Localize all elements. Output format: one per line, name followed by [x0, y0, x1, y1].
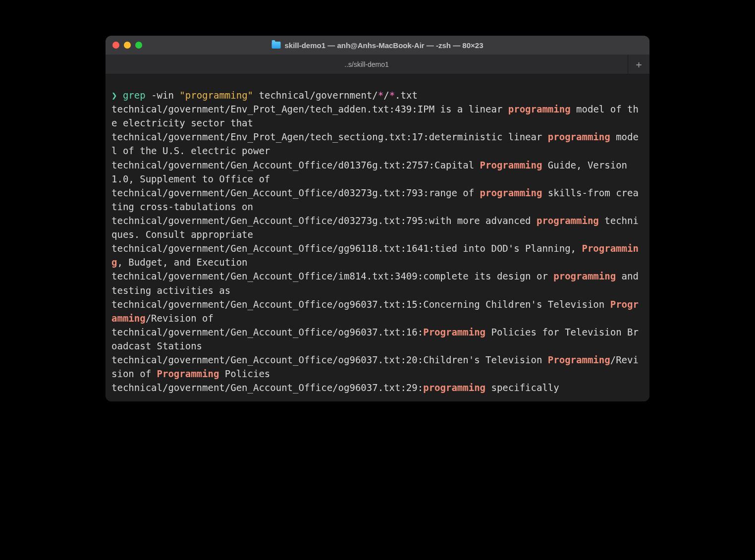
file-path: technical/government/Gen_Account_Office/… [111, 215, 400, 226]
match-highlight: programming [553, 271, 616, 281]
line-number: 793 [406, 187, 423, 198]
file-path: technical/government/Gen_Account_Office/… [111, 327, 400, 337]
grep-result-line: technical/government/Gen_Account_Office/… [111, 241, 644, 269]
match-context: Capital [434, 160, 480, 170]
file-path: technical/government/Gen_Account_Office/… [111, 243, 400, 254]
match-context: range of [429, 187, 480, 198]
match-context: , Budget, and Execution [117, 257, 247, 268]
path-arg: technical/government/ [259, 90, 378, 101]
line-number: 439 [395, 104, 412, 114]
grep-result-line: technical/government/Env_Prot_Agen/tech_… [111, 130, 644, 158]
folder-icon [272, 42, 281, 49]
grep-result-line: technical/government/Gen_Account_Office/… [111, 186, 644, 214]
match-highlight: programming [537, 215, 599, 226]
file-path: technical/government/Gen_Account_Office/… [111, 354, 400, 365]
match-highlight: Programming [548, 354, 610, 365]
glob-icon: * [389, 90, 395, 101]
zoom-icon[interactable] [135, 42, 142, 49]
grep-result-line: technical/government/Gen_Account_Office/… [111, 353, 644, 381]
line-number: 17 [412, 131, 423, 142]
file-path: technical/government/Env_Prot_Agen/tech_… [111, 131, 406, 142]
window-title-text: skill-demo1 — anh@Anhs-MacBook-Air — -zs… [285, 41, 484, 50]
tab-bar: ..s/skill-demo1 + [106, 55, 649, 74]
line-number: 29 [406, 382, 418, 393]
tab-label: ..s/skill-demo1 [344, 60, 388, 68]
search-string: "programming" [179, 90, 253, 101]
file-path: technical/government/Gen_Account_Office/… [111, 160, 400, 170]
match-context: Concerning Children's Television [423, 299, 610, 310]
grep-result-line: technical/government/Gen_Account_Office/… [111, 297, 644, 325]
command: grep [123, 90, 146, 101]
match-context: Children's Television [423, 354, 548, 365]
match-context: with more advanced [429, 215, 537, 226]
tab-active[interactable]: ..s/skill-demo1 [106, 55, 628, 74]
match-context: /Revision of [146, 313, 214, 324]
match-context: Policies [219, 368, 270, 379]
match-context: IPM is a linear [418, 104, 508, 114]
file-path: technical/government/Gen_Account_Office/… [111, 382, 400, 393]
grep-result-line: technical/government/Gen_Account_Office/… [111, 381, 644, 394]
terminal-window: skill-demo1 — anh@Anhs-MacBook-Air — -zs… [106, 36, 649, 401]
match-highlight: programming [508, 104, 571, 114]
line-number: 795 [406, 215, 423, 226]
traffic-lights [112, 42, 142, 49]
terminal-output[interactable]: ❯ grep -win "programming" technical/gove… [106, 74, 649, 401]
match-context: complete its design or [423, 271, 553, 281]
titlebar: skill-demo1 — anh@Anhs-MacBook-Air — -zs… [106, 36, 649, 55]
flags: -win [151, 90, 174, 101]
grep-result-line: technical/government/Gen_Account_Office/… [111, 325, 644, 353]
match-highlight: programming [423, 382, 485, 393]
file-path: technical/government/Env_Prot_Agen/tech_… [111, 104, 389, 114]
grep-result-line: technical/government/Env_Prot_Agen/tech_… [111, 102, 644, 130]
close-icon[interactable] [112, 42, 119, 49]
match-highlight: programming [480, 187, 542, 198]
grep-result-line: technical/government/Gen_Account_Office/… [111, 158, 644, 186]
grep-result-line: technical/government/Gen_Account_Office/… [111, 214, 644, 241]
match-highlight: Programming [480, 160, 542, 170]
plus-icon: + [636, 58, 642, 70]
prompt-symbol: ❯ [111, 90, 117, 101]
line-number: 2757 [406, 160, 429, 170]
match-highlight: Programming [423, 327, 485, 337]
prompt-line: ❯ grep -win "programming" technical/gove… [111, 88, 644, 102]
match-highlight: Programming [157, 368, 219, 379]
file-path: technical/government/Gen_Account_Office/… [111, 271, 389, 281]
new-tab-button[interactable]: + [628, 55, 649, 74]
line-number: 1641 [406, 243, 429, 254]
line-number: 16 [406, 327, 418, 337]
line-number: 3409 [395, 271, 418, 281]
match-context: tied into DOD's Planning, [434, 243, 582, 254]
line-number: 15 [406, 299, 418, 310]
line-number: 20 [406, 354, 418, 365]
file-path: technical/government/Gen_Account_Office/… [111, 187, 400, 198]
match-context: specifically [485, 382, 559, 393]
grep-result-line: technical/government/Gen_Account_Office/… [111, 269, 644, 297]
match-highlight: programming [548, 131, 610, 142]
minimize-icon[interactable] [124, 42, 131, 49]
file-path: technical/government/Gen_Account_Office/… [111, 299, 400, 310]
match-context: deterministic linear [429, 131, 548, 142]
window-title: skill-demo1 — anh@Anhs-MacBook-Air — -zs… [272, 41, 484, 50]
glob-icon: * [378, 90, 383, 101]
